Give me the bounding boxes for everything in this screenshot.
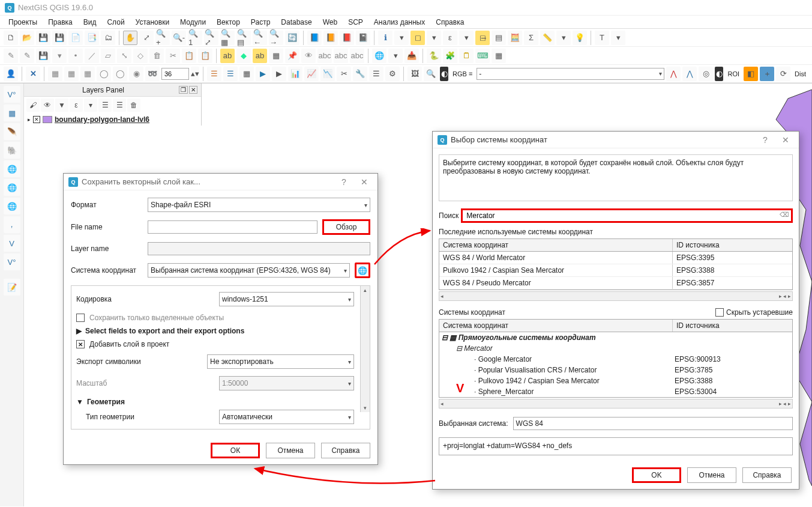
photo-icon[interactable]: 🖼 xyxy=(408,67,422,81)
identify-dd-icon[interactable]: ▾ xyxy=(394,31,409,45)
sticky-icon[interactable]: 🗒 xyxy=(459,49,474,63)
cancel-button[interactable]: Отмена xyxy=(266,443,315,458)
delete-icon[interactable]: 🗑 xyxy=(149,49,164,63)
attr-table-icon[interactable]: ▤ xyxy=(492,31,506,45)
add-raster-icon[interactable]: ▦ xyxy=(4,105,20,121)
label-hide-icon[interactable]: 👁 xyxy=(301,49,316,63)
add-vector-icon[interactable]: V° xyxy=(4,86,20,103)
open-project-icon[interactable]: 📂 xyxy=(20,31,34,45)
zoom-layer-icon[interactable]: 🔍▤ xyxy=(236,31,251,45)
menu-view[interactable]: Вид xyxy=(79,16,101,28)
filename-input[interactable] xyxy=(148,220,317,234)
circle2-icon[interactable]: ◯ xyxy=(113,67,127,81)
add-point-icon[interactable]: • xyxy=(68,49,83,63)
composer-icon[interactable]: 🗂 xyxy=(101,31,115,45)
toggle-edit-icon[interactable]: ✎ xyxy=(20,49,34,63)
note-icon[interactable]: 📝 xyxy=(4,279,20,296)
expr-select-icon[interactable]: ε xyxy=(443,31,457,45)
clear-search-icon[interactable]: ⌫ xyxy=(780,211,789,219)
map-bookmark-icon[interactable]: 📘 xyxy=(307,31,322,45)
undock-icon[interactable]: ❐ xyxy=(179,86,188,94)
label-move-icon[interactable]: abc xyxy=(317,49,332,63)
refresh-roi-icon[interactable]: ⟳ xyxy=(776,67,790,81)
roi-icon[interactable]: ◧ xyxy=(744,67,758,81)
filter-icon[interactable]: ▼ xyxy=(55,99,68,112)
chart3-icon[interactable]: 📉 xyxy=(320,67,335,81)
layers2-icon[interactable]: ☰ xyxy=(223,67,238,81)
format-combo[interactable]: Shape-файл ESRI▾ xyxy=(148,198,370,212)
paste-icon[interactable]: 📋 xyxy=(198,49,212,63)
new-shp-icon[interactable]: V° xyxy=(4,253,20,270)
chart1-icon[interactable]: 📊 xyxy=(288,67,302,81)
add-line-icon[interactable]: ／ xyxy=(85,49,99,63)
grid3-icon[interactable]: ▦ xyxy=(80,67,95,81)
h-scroll[interactable]: ◂▸ ◂ ▸ xyxy=(439,291,793,301)
layername-input[interactable] xyxy=(148,242,370,255)
tree-group-row[interactable]: ⊟ ▦ Прямоугольные системы координат xyxy=(439,332,792,343)
help-button[interactable]: Справка xyxy=(321,443,370,458)
add-postgis-icon[interactable]: 🐘 xyxy=(4,142,20,159)
hide-deprecated-checkbox[interactable] xyxy=(715,308,724,317)
plugin-icon[interactable]: 🧩 xyxy=(443,49,457,63)
copy-icon[interactable]: 📋 xyxy=(182,49,196,63)
profile1-icon[interactable]: ⋀ xyxy=(666,67,681,81)
chart2-icon[interactable]: 📈 xyxy=(304,67,319,81)
field-calc-icon[interactable]: 🧮 xyxy=(508,31,522,45)
label-prop-icon[interactable]: abc xyxy=(350,49,364,63)
add-csv-icon[interactable]: ， xyxy=(4,216,20,233)
add-spatialite-icon[interactable]: 🪶 xyxy=(4,123,20,140)
label-tool-3-icon[interactable]: ab xyxy=(253,49,267,63)
label-tool-4-icon[interactable]: ▦ xyxy=(269,49,283,63)
add-virtual-icon[interactable]: V xyxy=(4,235,20,252)
layers4-icon[interactable]: ▶ xyxy=(256,67,270,81)
kbd-icon[interactable]: ⌨ xyxy=(475,49,490,63)
scroll-panel[interactable]: ▴▾ xyxy=(360,286,370,412)
spin-up-icon[interactable]: ▴▾ xyxy=(191,67,199,81)
tree-subgroup-row[interactable]: ⊟ Mercator xyxy=(439,343,792,354)
layers3-icon[interactable]: ▦ xyxy=(239,67,254,81)
crs-search-input[interactable] xyxy=(461,208,793,223)
expr-dd-icon[interactable]: ▾ xyxy=(459,31,474,45)
save-dd-icon[interactable]: ▾ xyxy=(52,49,67,63)
menu-database[interactable]: Database xyxy=(276,16,316,28)
measure-icon[interactable]: 📏 xyxy=(540,31,555,45)
expand-icon[interactable]: ☰ xyxy=(98,99,112,112)
label-pin-icon[interactable]: 📌 xyxy=(285,49,299,63)
save-selected-checkbox[interactable] xyxy=(76,314,85,322)
remove-layer-icon[interactable]: 🗑 xyxy=(127,99,140,112)
col-id-header-2[interactable]: ID источника xyxy=(672,320,792,332)
measure-dd-icon[interactable]: ▾ xyxy=(556,31,571,45)
list-icon[interactable]: ☰ xyxy=(369,67,383,81)
zoom-next-icon[interactable]: 🔍→ xyxy=(269,31,283,45)
help-icon[interactable]: ? xyxy=(757,132,774,148)
bookmark-edit-icon[interactable]: 📕 xyxy=(340,31,354,45)
label-tool-1-icon[interactable]: ab xyxy=(220,49,235,63)
recent-crs-row[interactable]: WGS 84 / Pseudo MercatorEPSG:3857 xyxy=(439,277,792,290)
refresh-icon[interactable]: 🔄 xyxy=(285,31,299,45)
menu-projects[interactable]: Проекты xyxy=(4,16,42,28)
crs-picker-button[interactable]: 🌐 xyxy=(355,263,370,278)
target-icon[interactable]: ◎ xyxy=(699,67,713,81)
close-icon[interactable]: ✕ xyxy=(356,174,373,190)
symbology-combo[interactable]: Не экспортировать▾ xyxy=(207,354,354,369)
label-tool-2-icon[interactable]: ◆ xyxy=(236,49,251,63)
osm-dd-icon[interactable]: ▾ xyxy=(388,49,403,63)
toggle-icon[interactable]: ◐ xyxy=(440,67,448,81)
help-icon[interactable]: ? xyxy=(335,174,352,190)
expr-filter-icon[interactable]: ε xyxy=(70,99,83,112)
menu-layer[interactable]: Слой xyxy=(102,16,129,28)
crs-ok-button[interactable]: OK xyxy=(632,467,681,483)
layer-row[interactable]: ▸ ✕ boundary-polygon-land-lvl6 xyxy=(24,114,201,126)
select-dd-icon[interactable]: ▾ xyxy=(427,31,441,45)
new-project-icon[interactable]: 🗋 xyxy=(4,31,18,45)
menu-analysis[interactable]: Анализ данных xyxy=(369,16,430,28)
spiral-icon[interactable]: ➿ xyxy=(145,67,160,81)
close-icon[interactable]: ✕ xyxy=(777,132,794,148)
tree-item-row[interactable]: · Popular Visualisation CRS / MercatorEP… xyxy=(439,365,792,375)
move-feat-icon[interactable]: ⤡ xyxy=(117,49,131,63)
recent-crs-row[interactable]: Pulkovo 1942 / Caspian Sea MercatorEPSG:… xyxy=(439,264,792,277)
stats-icon[interactable]: Σ xyxy=(524,31,538,45)
menu-plugins[interactable]: Модули xyxy=(175,16,211,28)
tree-item-row[interactable]: · Sphere_MercatorEPSG:53004 xyxy=(439,386,792,397)
pan-icon[interactable]: ✋ xyxy=(123,31,137,45)
